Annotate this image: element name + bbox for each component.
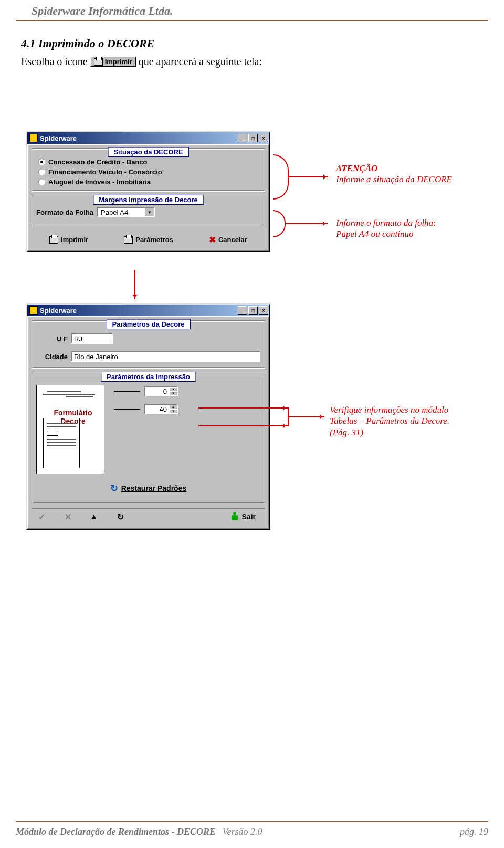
window2-titlebar: Spiderware _ □ × — [27, 305, 269, 316]
arrow-down-parametros — [134, 270, 135, 299]
uf-label: U F — [36, 335, 68, 343]
formato-value: Papel A4 — [98, 208, 145, 216]
footer-version: Versão 2.0 — [223, 826, 262, 837]
minimize-button[interactable]: _ — [238, 306, 247, 315]
imprimir-button[interactable]: Imprimir — [47, 234, 90, 246]
annotation-atencao: ATENÇÃO Informe a situação da DECORE — [336, 163, 478, 185]
btn-restaurar-label: Restaurar Padrões — [121, 484, 187, 493]
guide-line-2 — [114, 409, 140, 410]
bracket-formato — [273, 210, 286, 237]
annotation-verificar: Verifique informações no módulo Tabelas … — [330, 404, 482, 438]
window2-app-icon — [29, 306, 38, 315]
radio3-label: Aluguel de Imóveis - Imobiliária — [48, 178, 151, 186]
parametros-button[interactable]: Parâmetros — [122, 234, 175, 246]
chevron-down-icon[interactable]: ▼ — [145, 208, 154, 216]
printer-icon — [94, 58, 103, 66]
btn-cancelar-label: Cancelar — [218, 236, 247, 244]
window2-title: Spiderware — [40, 307, 77, 315]
btn-parametros-label: Parâmetros — [135, 236, 173, 244]
imprimir-button-inline: Imprimir — [90, 56, 136, 67]
printer-icon — [49, 236, 58, 244]
guide-line-1 — [114, 391, 140, 392]
check-icon[interactable]: ✓ — [35, 511, 48, 522]
page-footer: Módulo de Declaração de Rendimentos - DE… — [16, 821, 488, 837]
group-margens-title: Margens Impressão de Decore — [93, 195, 204, 205]
arrow-situacao — [289, 176, 328, 177]
arrow-spin2 — [198, 425, 288, 426]
formulario-label1: Formulário — [44, 409, 102, 417]
radio1-label: Concessão de Crédito - Banco — [48, 158, 148, 166]
spin1-value: 0 — [145, 387, 169, 395]
atencao-body: Informe a situação da DECORE — [336, 174, 452, 184]
group-situacao-title: Situação da DECORE — [108, 147, 188, 157]
section-title: 4.1 Imprimindo o DECORE — [21, 37, 483, 50]
restaurar-button[interactable]: ↻ Restaurar Padrões — [110, 483, 187, 494]
page-header-company: Spiderware Informática Ltda. — [16, 0, 488, 21]
group-param-impressao: Parâmetros da Impressão Formulário Decor… — [32, 373, 265, 504]
intro-line: Escolha o ícone Imprimir que aparecerá a… — [21, 56, 483, 68]
arrow-to-verif — [288, 416, 324, 417]
formato-dropdown[interactable]: Papel A4 ▼ — [97, 207, 155, 217]
atencao-title: ATENÇÃO — [336, 163, 478, 174]
footer-left: Módulo de Declaração de Rendimentos - DE… — [16, 826, 216, 837]
minimize-button[interactable]: _ — [238, 134, 247, 142]
arrow-formato — [286, 223, 328, 224]
x-icon: ✖ — [209, 235, 216, 245]
formato-line1: Informe o formato da folha: — [336, 217, 472, 228]
group-situacao: Situação da DECORE Concessão de Crédito … — [32, 148, 265, 192]
refresh-icon: ↻ — [110, 483, 118, 494]
intro-before: Escolha o ícone — [21, 56, 88, 68]
radio-icon — [38, 179, 45, 185]
redo-icon[interactable]: ↻ — [113, 511, 127, 522]
spin-down-icon[interactable]: ▼ — [169, 409, 177, 413]
formulario-preview: Formulário Decore — [36, 385, 104, 474]
bottom-toolbar: ✓ ✕ ▲ ↻ Sair — [32, 508, 265, 525]
window-situacao: Spiderware _ □ × Situação da DECORE Conc… — [26, 131, 270, 252]
verif-line1: Verifique informações no módulo — [330, 404, 482, 415]
formato-label: Formato da Folha — [36, 208, 93, 216]
spin-up-icon[interactable]: ▲ — [169, 405, 177, 409]
maximize-button[interactable]: □ — [248, 134, 258, 142]
up-icon[interactable]: ▲ — [87, 511, 101, 522]
group-param-decore-title: Parâmetros da Decore — [106, 319, 190, 329]
spin-up-icon[interactable]: ▲ — [169, 387, 177, 391]
printer-icon — [124, 236, 133, 244]
group-param-decore: Parâmetros da Decore U F RJ Cidade Rio d… — [32, 320, 265, 369]
margin-top-spinner[interactable]: 0 ▲▼ — [144, 386, 178, 396]
cidade-label: Cidade — [36, 353, 68, 361]
uf-input[interactable]: RJ — [71, 333, 113, 344]
close-button[interactable]: × — [259, 306, 268, 315]
spin-down-icon[interactable]: ▼ — [169, 391, 177, 395]
btn-imprimir-label: Imprimir — [61, 236, 88, 244]
radio-financiamento[interactable]: Financiamento Veículo - Consórcio — [36, 167, 260, 177]
radio-concessao[interactable]: Concessão de Crédito - Banco — [36, 157, 260, 167]
imprimir-label: Imprimir — [105, 58, 132, 66]
radio-icon — [38, 169, 45, 175]
bracket-situacao — [273, 154, 289, 200]
sair-button[interactable]: Sair — [230, 512, 256, 521]
maximize-button[interactable]: □ — [248, 306, 258, 315]
window1-app-icon — [29, 134, 38, 142]
exit-icon — [230, 512, 239, 521]
margin-left-spinner[interactable]: 40 ▲▼ — [144, 404, 178, 414]
arrow-spin1 — [198, 407, 288, 409]
radio2-label: Financiamento Veículo - Consórcio — [48, 168, 162, 176]
spin2-value: 40 — [145, 405, 169, 413]
footer-page: pág. 19 — [460, 826, 488, 837]
intro-after: que aparecerá a seguinte tela: — [139, 56, 262, 68]
formato-line2: Papel A4 ou contínuo — [336, 228, 472, 239]
close-button[interactable]: × — [259, 134, 268, 142]
annotation-formato: Informe o formato da folha: Papel A4 ou … — [336, 217, 472, 240]
verif-line3: (Pág. 31) — [330, 427, 482, 438]
window1-titlebar: Spiderware _ □ × — [27, 132, 269, 144]
radio-icon-selected — [38, 159, 45, 165]
group-margens: Margens Impressão de Decore Formato da F… — [32, 196, 265, 226]
btn-sair-label: Sair — [242, 512, 256, 521]
group-param-imp-title: Parâmetros da Impressão — [101, 372, 196, 382]
x-icon[interactable]: ✕ — [61, 511, 75, 522]
radio-aluguel[interactable]: Aluguel de Imóveis - Imobiliária — [36, 177, 260, 187]
cancelar-button[interactable]: ✖ Cancelar — [207, 234, 249, 246]
verif-line2: Tabelas – Parâmetros da Decore. — [330, 415, 482, 426]
window-parametros: Spiderware _ □ × Parâmetros da Decore U … — [26, 303, 270, 530]
cidade-input[interactable]: Rio de Janeiro — [71, 351, 260, 362]
